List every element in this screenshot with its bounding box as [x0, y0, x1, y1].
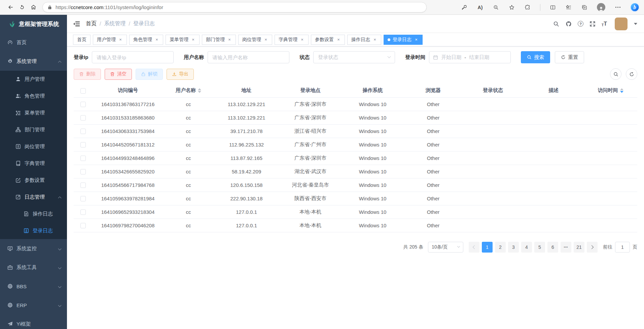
tab-dept-mgmt[interactable]: 部门管理	[202, 35, 236, 45]
tab-user-mgmt[interactable]: 用户管理	[93, 35, 127, 45]
page-button[interactable]: 21	[574, 242, 584, 253]
github-icon[interactable]	[565, 21, 572, 27]
copilot-icon[interactable]: b	[630, 3, 639, 12]
sidebar-item-system-tools[interactable]: 系统工具	[0, 258, 67, 277]
tab-operation-log[interactable]: 操作日志	[347, 35, 381, 45]
zoom-out-icon[interactable]	[493, 4, 499, 11]
table-row[interactable]: 1641059633978281984cc222.90.130.18陕西省-西安…	[74, 192, 637, 205]
page-button[interactable]: 1	[482, 242, 493, 253]
tab-close-icon[interactable]	[263, 37, 268, 42]
goto-page-input[interactable]	[615, 242, 630, 253]
sidebar-item-operation-log[interactable]: 操作日志	[0, 205, 67, 222]
table-row[interactable]: 1641069798270046208cc127.0.0.1本地-本机Windo…	[74, 219, 637, 232]
next-page-button[interactable]	[587, 242, 598, 253]
extensions-icon[interactable]	[524, 4, 531, 11]
table-row[interactable]: 1641069652933218304cc127.0.0.1本地-本机Windo…	[74, 205, 637, 219]
sort-icon[interactable]	[198, 88, 201, 93]
sidebar-item-param-settings[interactable]: 参数设置	[0, 172, 67, 189]
sidebar-fold-icon[interactable]	[73, 20, 80, 28]
sidebar-item-system-mgmt[interactable]: 系统管理	[0, 52, 67, 71]
help-icon[interactable]	[578, 21, 583, 27]
tab-menu-mgmt[interactable]: 菜单管理	[166, 35, 200, 45]
sidebar-item-dept-mgmt[interactable]: 部门管理	[0, 121, 67, 138]
refresh-table-button[interactable]	[626, 68, 637, 80]
prev-page-button[interactable]	[469, 242, 479, 253]
row-checkbox[interactable]	[80, 142, 86, 147]
favorites-bar-icon[interactable]	[565, 4, 572, 11]
tab-param-settings[interactable]: 参数设置	[311, 35, 345, 45]
sidebar-item-yi-framework[interactable]: Yi框架	[0, 315, 67, 329]
select-all-checkbox[interactable]	[80, 88, 86, 94]
row-checkbox[interactable]	[80, 223, 86, 228]
toggle-search-button[interactable]	[610, 68, 621, 80]
breadcrumb-item[interactable]: 系统管理	[104, 20, 126, 27]
sidebar-item-log-mgmt[interactable]: 日志管理	[0, 189, 67, 205]
tab-close-icon[interactable]	[336, 37, 341, 42]
password-key-icon[interactable]	[461, 4, 468, 11]
table-row[interactable]: 1641031533185863680cc113.102.129.221广东省-…	[74, 111, 637, 124]
split-screen-icon[interactable]	[549, 4, 556, 11]
url-bar[interactable]: https://ccnetcore.com:1101/system/log/lo…	[42, 2, 427, 12]
tab-post-mgmt[interactable]: 岗位管理	[238, 35, 272, 45]
clear-button[interactable]: 清空	[105, 69, 132, 80]
sidebar-item-user-mgmt[interactable]: 用户管理	[0, 71, 67, 88]
browser-more-icon[interactable]	[614, 4, 621, 11]
avatar-caret-icon[interactable]	[634, 23, 637, 25]
tab-close-icon[interactable]	[154, 37, 159, 42]
status-select[interactable]: 登录状态	[313, 51, 395, 63]
row-checkbox[interactable]	[80, 115, 86, 121]
col-user-name[interactable]: 用户名称	[163, 84, 214, 97]
sidebar-item-home[interactable]: 首页	[0, 33, 67, 52]
sidebar-item-role-mgmt[interactable]: 角色管理	[0, 88, 67, 104]
sort-icon[interactable]	[620, 88, 623, 93]
row-checkbox[interactable]	[80, 129, 86, 134]
collections-icon[interactable]	[581, 4, 588, 11]
page-button[interactable]: 3	[508, 242, 519, 253]
tab-close-icon[interactable]	[414, 37, 419, 42]
favorites-star-icon[interactable]	[508, 4, 515, 11]
row-checkbox[interactable]	[80, 102, 86, 107]
sidebar-item-login-log[interactable]: 登录日志	[0, 222, 67, 239]
reset-button[interactable]: 重置	[555, 51, 584, 63]
tab-login-log[interactable]: 登录日志	[384, 35, 423, 45]
row-checkbox[interactable]	[80, 156, 86, 161]
browser-back-icon[interactable]	[5, 2, 16, 13]
table-row[interactable]: 1641031367863177216cc113.102.129.221广东省-…	[74, 97, 637, 111]
export-button[interactable]: 导出	[167, 69, 194, 80]
tab-home[interactable]: 首页	[73, 35, 91, 45]
table-row[interactable]: 1641053426655825920cc58.19.42.209湖北省-武汉市…	[74, 165, 637, 178]
breadcrumb-home[interactable]: 首页	[86, 20, 97, 27]
row-checkbox[interactable]	[80, 183, 86, 188]
sidebar-item-system-monitor[interactable]: 系统监控	[0, 239, 67, 258]
sidebar-item-menu-mgmt[interactable]: 菜单管理	[0, 104, 67, 121]
fullscreen-icon[interactable]	[589, 21, 596, 27]
login-ip-input[interactable]	[92, 51, 174, 63]
sidebar-item-bbs[interactable]: BBS	[0, 277, 67, 296]
browser-home-icon[interactable]	[28, 2, 39, 13]
page-button[interactable]: 6	[547, 242, 558, 253]
tab-close-icon[interactable]	[300, 37, 305, 42]
col-visit-time[interactable]: 访问时间	[584, 84, 637, 97]
page-button[interactable]: 5	[534, 242, 545, 253]
table-row[interactable]: 1641044993248464896cc113.87.92.165广东省-深圳…	[74, 151, 637, 165]
sidebar-item-erp[interactable]: ERP	[0, 296, 67, 315]
more-pages-button[interactable]: •••	[561, 242, 571, 253]
row-checkbox[interactable]	[80, 196, 86, 201]
sidebar-item-post-mgmt[interactable]: 岗位管理	[0, 138, 67, 155]
font-size-icon[interactable]	[602, 21, 607, 27]
tab-dict-mgmt[interactable]: 字典管理	[275, 35, 309, 45]
row-checkbox[interactable]	[80, 209, 86, 215]
page-button[interactable]: 4	[521, 242, 532, 253]
tab-close-icon[interactable]	[191, 37, 195, 42]
table-row[interactable]: 1641054566717984768cc120.6.150.158河北省-秦皇…	[74, 178, 637, 192]
table-row[interactable]: 1641043063331753984cc39.171.210.78浙江省-绍兴…	[74, 124, 637, 138]
delete-button[interactable]: 删除	[74, 69, 101, 80]
tab-close-icon[interactable]	[372, 37, 377, 42]
browser-refresh-icon[interactable]	[16, 2, 28, 13]
sidebar-item-dict-mgmt[interactable]: 字典管理	[0, 155, 67, 172]
row-checkbox[interactable]	[80, 169, 86, 174]
tab-role-mgmt[interactable]: 角色管理	[129, 35, 163, 45]
tab-close-icon[interactable]	[118, 37, 123, 42]
table-row[interactable]: 1641044520567181312cc112.96.225.132广东省-广…	[74, 138, 637, 151]
user-avatar[interactable]	[615, 18, 628, 30]
